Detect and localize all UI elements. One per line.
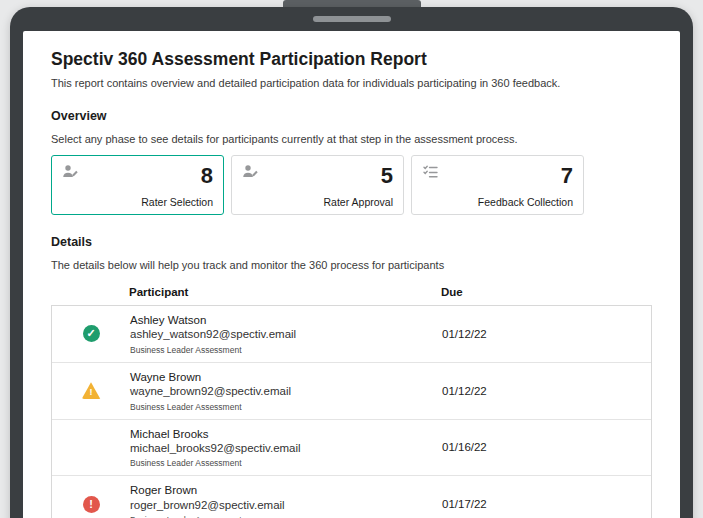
- table-row[interactable]: ! Roger Brown roger_brown92@spectiv.emai…: [52, 476, 651, 518]
- report-subtitle: This report contains overview and detail…: [51, 77, 652, 89]
- overview-description: Select any phase to see details for part…: [51, 133, 652, 145]
- participant-email: wayne_brown92@spectiv.email: [130, 384, 442, 398]
- due-date: 01/16/22: [442, 441, 651, 453]
- participant-name: Roger Brown: [130, 483, 442, 497]
- participant-name: Ashley Watson: [130, 313, 442, 327]
- tablet-speaker: [313, 16, 391, 22]
- status-error-icon: !: [83, 496, 100, 513]
- table-body: ✓ Ashley Watson ashley_watson92@spectiv.…: [51, 305, 652, 518]
- participant-name: Michael Brooks: [130, 427, 442, 441]
- table-row[interactable]: Michael Brooks michael_brooks92@spectiv.…: [52, 420, 651, 477]
- status-warning-icon: !: [82, 382, 101, 399]
- participant-name: Wayne Brown: [130, 370, 442, 384]
- overview-heading: Overview: [51, 109, 652, 123]
- assessment-label: Business Leader Assessment: [130, 345, 442, 355]
- due-date: 01/12/22: [442, 328, 651, 340]
- assessment-label: Business Leader Assessment: [130, 458, 442, 468]
- column-header-participant: Participant: [129, 286, 441, 298]
- phase-card-rater-approval[interactable]: 5 Rater Approval: [231, 155, 404, 215]
- column-header-due: Due: [441, 286, 652, 298]
- status-complete-icon: ✓: [83, 325, 100, 342]
- assessment-label: Business Leader Assessment: [130, 402, 442, 412]
- phase-count: 5: [381, 165, 393, 187]
- phase-count: 8: [201, 165, 213, 187]
- participant-email: ashley_watson92@spectiv.email: [130, 327, 442, 341]
- phase-count: 7: [561, 165, 573, 187]
- participant-email: roger_brown92@spectiv.email: [130, 498, 442, 512]
- page-title: Spectiv 360 Assessment Participation Rep…: [51, 49, 652, 70]
- tablet-frame: Spectiv 360 Assessment Participation Rep…: [10, 7, 693, 518]
- person-edit-icon: [242, 163, 259, 180]
- participants-table: Participant Due ✓ Ashley Watson ashley_w…: [51, 279, 652, 518]
- table-row[interactable]: ✓ Ashley Watson ashley_watson92@spectiv.…: [52, 306, 651, 363]
- phase-cards: 8 Rater Selection 5 Rater Approval: [51, 155, 652, 215]
- status-icon: [83, 439, 100, 456]
- participant-email: michael_brooks92@spectiv.email: [130, 441, 442, 455]
- phase-card-feedback-collection[interactable]: 7 Feedback Collection: [411, 155, 584, 215]
- phase-label: Rater Approval: [242, 196, 393, 208]
- checklist-icon: [422, 163, 439, 180]
- table-row[interactable]: ! Wayne Brown wayne_brown92@spectiv.emai…: [52, 363, 651, 420]
- report-screen: Spectiv 360 Assessment Participation Rep…: [23, 31, 680, 518]
- details-description: The details below will help you track an…: [51, 259, 652, 271]
- table-header: Participant Due: [51, 279, 652, 305]
- details-heading: Details: [51, 235, 652, 249]
- phase-label: Feedback Collection: [422, 196, 573, 208]
- due-date: 01/17/22: [442, 498, 651, 510]
- due-date: 01/12/22: [442, 385, 651, 397]
- phase-label: Rater Selection: [62, 196, 213, 208]
- phase-card-rater-selection[interactable]: 8 Rater Selection: [51, 155, 224, 215]
- person-edit-icon: [62, 163, 79, 180]
